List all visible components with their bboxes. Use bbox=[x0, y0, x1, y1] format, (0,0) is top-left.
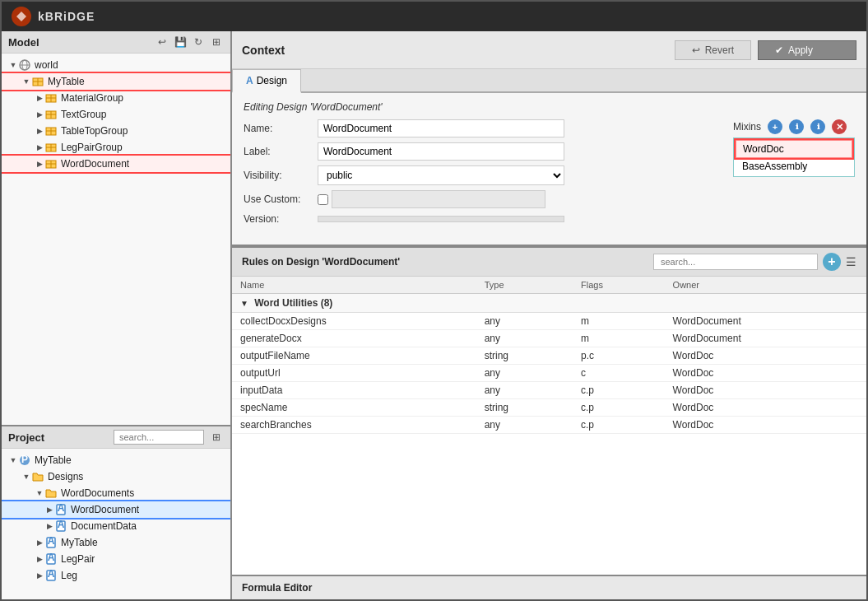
row-name: specName bbox=[232, 399, 476, 417]
svg-text:A: A bbox=[48, 536, 55, 547]
label-input[interactable] bbox=[318, 142, 564, 161]
model-title: Model bbox=[8, 36, 39, 49]
revert-button[interactable]: ↩ Revert bbox=[675, 40, 751, 60]
model-header: Model ↩ 💾 ↻ ⊞ bbox=[2, 31, 230, 54]
formula-label: Formula Editor bbox=[242, 582, 312, 594]
mixin-item-worddoc[interactable]: WordDoc bbox=[736, 140, 852, 158]
proj-worddocuments-icon bbox=[44, 487, 58, 500]
tree-item-mytable[interactable]: ▼ MyTable bbox=[2, 73, 230, 90]
mytable-label: MyTable bbox=[48, 76, 85, 87]
group-word-utilities[interactable]: ▼ Word Utilities (8) bbox=[232, 294, 866, 313]
row-type: any bbox=[476, 382, 573, 399]
tree-item-worddocument[interactable]: ▶ WordDocument bbox=[2, 156, 230, 172]
table-row[interactable]: outputUrl any c WordDoc bbox=[232, 365, 866, 382]
refresh-icon[interactable]: ↻ bbox=[191, 35, 206, 49]
proj-mytable2-arrow: ▶ bbox=[35, 538, 44, 547]
name-input[interactable] bbox=[318, 119, 564, 137]
svg-text:A: A bbox=[58, 503, 65, 514]
row-owner: WordDoc bbox=[665, 365, 866, 382]
project-tree: ▼ P MyTable ▼ Designs bbox=[2, 449, 230, 599]
proj-worddocuments-arrow: ▼ bbox=[35, 488, 44, 498]
materialgroup-icon bbox=[44, 91, 58, 105]
table-row[interactable]: generateDocx any m WordDocument bbox=[232, 330, 866, 347]
row-flags: m bbox=[573, 313, 665, 330]
project-expand-icon[interactable]: ⊞ bbox=[209, 430, 224, 445]
undo-icon[interactable]: ↩ bbox=[155, 35, 169, 49]
row-owner: WordDocument bbox=[665, 313, 866, 330]
tree-item-tabletopgroup[interactable]: ▶ TableTopGroup bbox=[2, 123, 230, 139]
name-row: Name: bbox=[244, 119, 723, 137]
visibility-select[interactable]: public private protected bbox=[318, 165, 564, 185]
row-flags: c.p bbox=[573, 399, 665, 417]
proj-tree-worddocument[interactable]: ▶ A WordDocument bbox=[2, 501, 230, 518]
tree-item-world[interactable]: ▼ world bbox=[2, 57, 230, 73]
rules-more-icon[interactable]: ☰ bbox=[846, 255, 856, 268]
tree-item-textgroup[interactable]: ▶ TextGroup bbox=[2, 106, 230, 123]
col-type: Type bbox=[476, 277, 573, 294]
use-custom-checkbox[interactable] bbox=[318, 194, 328, 205]
rules-search-input[interactable] bbox=[653, 254, 818, 270]
row-type: string bbox=[476, 347, 573, 365]
proj-tree-mytable[interactable]: ▼ P MyTable bbox=[2, 452, 230, 468]
svg-text:A: A bbox=[48, 552, 55, 563]
row-owner: WordDoc bbox=[665, 347, 866, 365]
tabletopgroup-icon bbox=[44, 124, 58, 137]
mixins-area: Mixins + ℹ ℹ ✕ WordDoc BaseAssembly bbox=[723, 119, 855, 230]
name-label: Name: bbox=[244, 123, 318, 134]
legpairgroup-label: LegPairGroup bbox=[61, 142, 123, 153]
proj-tree-mytable2[interactable]: ▶ A MyTable bbox=[2, 534, 230, 551]
project-search-input[interactable] bbox=[114, 430, 204, 445]
row-name: outputFileName bbox=[232, 347, 476, 365]
proj-documentdata-icon: A bbox=[54, 519, 67, 533]
table-row[interactable]: inputData any c.p WordDoc bbox=[232, 382, 866, 399]
table-row[interactable]: specName string c.p WordDoc bbox=[232, 399, 866, 417]
row-type: string bbox=[476, 399, 573, 417]
tree-item-legpairgroup[interactable]: ▶ LegPairGroup bbox=[2, 139, 230, 156]
context-header: Context ↩ Revert ✔ Apply bbox=[232, 31, 866, 69]
row-name: outputUrl bbox=[232, 365, 476, 382]
expand-icon[interactable]: ⊞ bbox=[209, 35, 224, 49]
textgroup-arrow: ▶ bbox=[35, 109, 44, 119]
row-name: searchBranches bbox=[232, 417, 476, 434]
mixin-del-btn[interactable]: ✕ bbox=[832, 119, 847, 134]
design-tab-icon: A bbox=[246, 75, 253, 86]
materialgroup-arrow: ▶ bbox=[35, 93, 44, 103]
row-name: generateDocx bbox=[232, 330, 476, 347]
rules-title: Rules on Design 'WordDocument' bbox=[242, 256, 400, 268]
proj-tree-legpair[interactable]: ▶ A LegPair bbox=[2, 551, 230, 567]
row-type: any bbox=[476, 313, 573, 330]
proj-tree-worddocuments[interactable]: ▼ WordDocuments bbox=[2, 485, 230, 501]
mixin-add-btn[interactable]: + bbox=[768, 119, 782, 134]
rules-add-button[interactable]: + bbox=[823, 253, 841, 271]
table-row[interactable]: searchBranches any c.p WordDoc bbox=[232, 417, 866, 434]
proj-tree-documentdata[interactable]: ▶ A DocumentData bbox=[2, 518, 230, 534]
table-row[interactable]: collectDocxDesigns any m WordDocument bbox=[232, 313, 866, 330]
apply-icon: ✔ bbox=[775, 44, 783, 56]
model-header-icons: ↩ 💾 ↻ ⊞ bbox=[155, 35, 224, 49]
legpairgroup-icon bbox=[44, 141, 58, 154]
mixin-item-baseassembly[interactable]: BaseAssembly bbox=[736, 158, 852, 175]
mixin-info-btn[interactable]: ℹ bbox=[789, 119, 804, 134]
table-row[interactable]: outputFileName string p.c WordDoc bbox=[232, 347, 866, 365]
row-name: inputData bbox=[232, 382, 476, 399]
tree-item-materialgroup[interactable]: ▶ MaterialGroup bbox=[2, 90, 230, 106]
apply-button[interactable]: ✔ Apply bbox=[758, 40, 856, 60]
right-panel: Context ↩ Revert ✔ Apply A bbox=[232, 31, 866, 599]
design-tab-label: Design bbox=[257, 75, 287, 86]
model-section: Model ↩ 💾 ↻ ⊞ ▼ bbox=[2, 31, 230, 426]
mixin-up-btn[interactable]: ℹ bbox=[810, 119, 825, 134]
context-title: Context bbox=[242, 44, 285, 57]
project-section: Project ⊞ ▼ P MyTable bbox=[2, 426, 230, 599]
proj-tree-leg[interactable]: ▶ A Leg bbox=[2, 567, 230, 584]
row-name: collectDocxDesigns bbox=[232, 313, 476, 330]
tab-design[interactable]: A Design bbox=[232, 69, 301, 93]
svg-text:A: A bbox=[48, 569, 55, 580]
row-owner: WordDocument bbox=[665, 330, 866, 347]
save-icon[interactable]: 💾 bbox=[173, 35, 188, 49]
proj-tree-designs[interactable]: ▼ Designs bbox=[2, 468, 230, 485]
mixins-label: Mixins bbox=[733, 121, 761, 133]
world-label: world bbox=[35, 59, 58, 71]
proj-documentdata-arrow: ▶ bbox=[44, 521, 54, 531]
worddocument-arrow: ▶ bbox=[35, 159, 44, 169]
world-arrow: ▼ bbox=[8, 60, 18, 70]
